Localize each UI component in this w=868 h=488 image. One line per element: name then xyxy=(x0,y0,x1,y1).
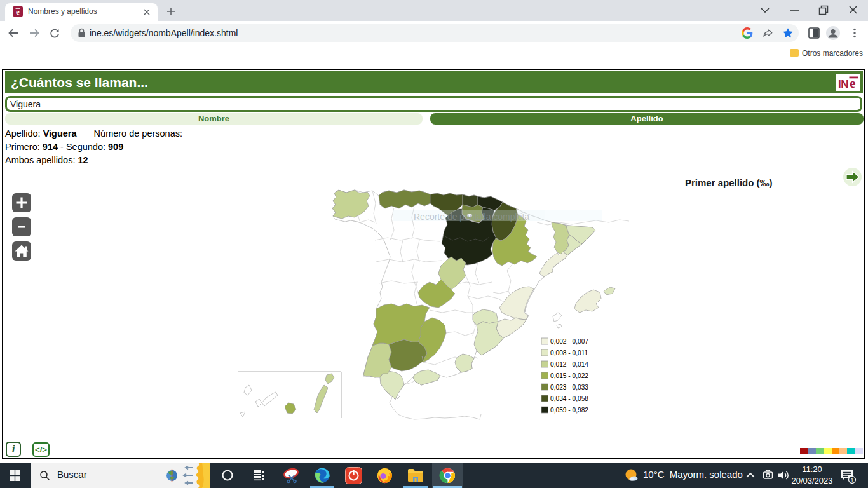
svg-text:0,008 - 0,011: 0,008 - 0,011 xyxy=(550,349,588,356)
svg-text:0,012 - 0,014: 0,012 - 0,014 xyxy=(550,361,588,368)
svg-text:0,015 - 0,022: 0,015 - 0,022 xyxy=(550,372,588,379)
svg-text:0,023 - 0,033: 0,023 - 0,033 xyxy=(550,384,588,391)
svg-text:1: 1 xyxy=(850,477,853,484)
svg-text:0,002 - 0,007: 0,002 - 0,007 xyxy=(550,338,588,345)
svg-text:0,034 - 0,058: 0,034 - 0,058 xyxy=(550,395,588,402)
svg-text:0,059 - 0,982: 0,059 - 0,982 xyxy=(550,407,588,414)
